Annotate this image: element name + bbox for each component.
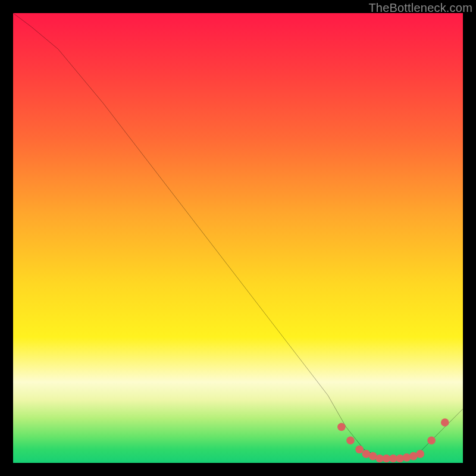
optimal-range-dots [337,418,449,462]
marker-dot [355,446,364,454]
bottleneck-curve [13,13,463,458]
watermark-text: TheBottleneck.com [368,1,472,15]
marker-dot [427,436,436,444]
marker-dot [403,453,411,462]
marker-dot [337,423,346,431]
plot-area [13,13,463,463]
marker-dot [416,450,424,458]
chart-frame: TheBottleneck.com [0,0,476,476]
curve-svg [13,13,463,463]
marker-dot [441,418,449,427]
marker-dot [346,436,355,444]
